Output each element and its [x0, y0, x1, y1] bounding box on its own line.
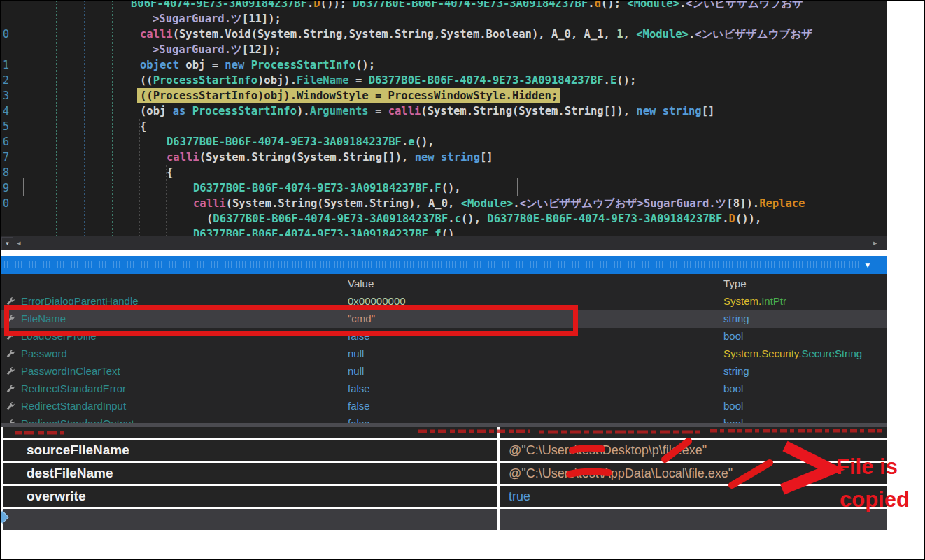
line-number: 2	[3, 73, 9, 88]
property-type: bool	[723, 330, 743, 342]
line-number: 6	[3, 134, 9, 150]
line-number: 1	[3, 57, 9, 73]
bottom-row-sourceFileName[interactable]: sourceFileName@"C:\Users\test\Desktop\p\…	[0, 440, 887, 461]
bottom-row-overwrite[interactable]: overwritetrue	[0, 486, 887, 507]
selected-object-row[interactable]: ▼	[0, 256, 887, 274]
line-number: 5	[3, 119, 9, 134]
column-header-value[interactable]: Value	[348, 278, 374, 289]
line-number: 8	[3, 165, 9, 180]
code-line: ((ProcessStartInfo)obj).WindowStyle = Pr…	[137, 88, 560, 103]
code-line: D6377B0E-B06F-4074-9E73-3A09184237BF.f()	[193, 227, 454, 236]
line-number: 4	[3, 103, 9, 119]
variable-name: destFileName	[27, 466, 113, 481]
code-line: >SugarGuard.ツ[12]);	[153, 42, 281, 57]
line-number: 0	[3, 27, 9, 42]
debugger-screenshot: B06F-4074-9E73-3A09184237BF.D()); D6377B…	[0, 0, 925, 560]
locals-row-Password[interactable]: PasswordnullSystem.Security.SecureString	[0, 345, 887, 364]
property-type: bool	[723, 417, 743, 423]
scroll-right-arrow-icon[interactable]: ▸	[873, 238, 877, 248]
property-name: RedirectStandardError	[21, 382, 126, 394]
scrollbar-dropdown-button[interactable]: ▾	[1, 237, 13, 250]
locals-row-RedirectStandardInput[interactable]: RedirectStandardInputfalsebool	[0, 398, 887, 416]
variable-name: overwrite	[27, 489, 85, 504]
code-line: calli(System.Void(System.String,System.S…	[140, 27, 812, 42]
property-name: RedirectStandardInput	[21, 400, 126, 412]
code-line: calli(System.String(System.String), A_0,…	[193, 196, 805, 211]
code-line: ((ProcessStartInfo)obj).FileName = D6377…	[140, 73, 636, 88]
property-value: null	[348, 365, 364, 377]
current-statement-box	[23, 178, 518, 196]
indent-guide	[29, 0, 29, 236]
property-name: RedirectStandardOutput	[21, 417, 134, 423]
scroll-left-arrow-icon[interactable]: ◂	[17, 238, 21, 248]
property-wrench-icon	[6, 366, 15, 376]
bottom-row-destFileName[interactable]: destFileName@"C:\Users\test\AppData\Loca…	[0, 463, 887, 484]
properties-table: Value Type ErrorDialogParentHandle0x0000…	[0, 274, 887, 423]
locals-row-PasswordInClearText[interactable]: PasswordInClearTextnullstring	[0, 363, 887, 381]
property-type: string	[723, 313, 749, 324]
indent-guide	[84, 0, 85, 236]
line-number: 0	[3, 196, 9, 211]
property-value: null	[348, 347, 364, 359]
clipped-row	[0, 427, 887, 438]
chevron-down-icon[interactable]: ▼	[863, 260, 872, 270]
property-value: false	[348, 417, 370, 423]
property-wrench-icon	[6, 384, 15, 394]
locals-row-RedirectStandardOutput[interactable]: RedirectStandardOutputfalsebool	[0, 415, 887, 423]
code-line: >SugarGuard.ツ[11]);	[153, 11, 281, 27]
code-line: calli(System.String(System.String[]), ne…	[167, 150, 493, 165]
indent-guide	[56, 0, 57, 236]
property-type: System.Security.SecureString	[723, 347, 862, 359]
code-horizontal-scrollbar[interactable]: ▾ ◂ ▸	[0, 236, 887, 250]
variable-value: @"C:\Users\test\AppData\Local\file.exe"	[509, 466, 733, 481]
property-type: System.IntPtr	[723, 295, 786, 307]
code-line: (obj as ProcessStartInfo).Arguments = ca…	[140, 103, 714, 119]
red-annotation-box-filename	[4, 305, 578, 336]
line-number: 3	[3, 88, 9, 103]
indent-guide	[112, 0, 113, 236]
code-line: object obj = new ProcessStartInfo();	[140, 57, 375, 73]
variable-name: sourceFileName	[27, 443, 129, 458]
variable-value: true	[509, 489, 530, 504]
locals-row-RedirectStandardError[interactable]: RedirectStandardErrorfalsebool	[0, 380, 887, 399]
code-line: B06F-4074-9E73-3A09184237BF.D()); D6377B…	[131, 0, 803, 11]
bottom-locals-panel: sourceFileName@"C:\Users\test\Desktop\p\…	[0, 427, 887, 532]
empty-locals-row[interactable]	[0, 509, 887, 530]
property-type: bool	[723, 382, 743, 394]
annotation-copied: copied	[840, 487, 910, 512]
table-header-row: Value Type	[0, 274, 887, 294]
property-value: false	[348, 382, 370, 394]
variable-value: @"C:\Users\test\Desktop\p\file.exe"	[509, 443, 707, 458]
property-value: false	[348, 400, 370, 412]
code-line: (D6377B0E-B06F-4074-9E73-3A09184237BF.c(…	[206, 211, 761, 227]
selection-pattern	[4, 261, 859, 268]
column-header-type[interactable]: Type	[723, 278, 747, 289]
decompiled-code-panel: B06F-4074-9E73-3A09184237BF.D()); D6377B…	[0, 0, 887, 236]
property-wrench-icon	[6, 401, 15, 411]
property-name: PasswordInClearText	[21, 365, 120, 377]
annotation-file-is: File is	[836, 454, 898, 480]
property-name: Password	[21, 347, 67, 359]
property-type: string	[723, 365, 749, 377]
property-wrench-icon	[6, 349, 15, 359]
code-line: D6377B0E-B06F-4074-9E73-3A09184237BF.e()…	[167, 134, 435, 150]
line-number: 7	[3, 150, 9, 165]
property-type: bool	[723, 400, 743, 412]
code-line: {	[140, 119, 146, 134]
line-number: 9	[3, 180, 9, 196]
